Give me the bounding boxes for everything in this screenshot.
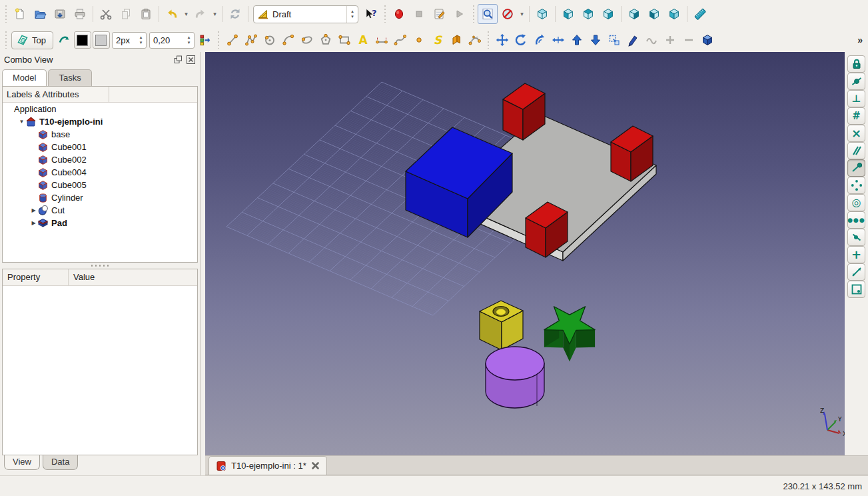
green-star-pad[interactable] [544, 307, 595, 361]
tree-item-cut[interactable]: ▶Cut [3, 204, 197, 217]
snap-perpendicular-button[interactable]: ⊥ [847, 90, 865, 107]
face-color-button[interactable] [93, 31, 110, 49]
draft-offset-button[interactable] [530, 31, 549, 49]
cut-button[interactable] [96, 4, 116, 24]
toolbar-handle[interactable] [471, 5, 476, 23]
property-column-header[interactable]: Property [3, 269, 69, 285]
view-right-button[interactable] [598, 4, 618, 24]
toolbar-handle[interactable] [3, 5, 8, 23]
tab-model[interactable]: Model [2, 69, 47, 86]
expander-open-icon[interactable]: ▼ [17, 119, 26, 125]
draft-downgrade-button[interactable] [586, 31, 605, 49]
draft-bspline-button[interactable] [391, 31, 410, 49]
working-plane-selector[interactable]: Top [11, 31, 53, 49]
panel-splitter[interactable] [0, 263, 200, 269]
toolbar-handle[interactable] [3, 31, 8, 49]
draft-rectangle-button[interactable] [335, 31, 354, 49]
paste-button[interactable] [136, 4, 156, 24]
line-width-spin-arrows[interactable]: ▴▾ [136, 35, 146, 45]
wire-to-bspline-button[interactable] [642, 31, 661, 49]
macro-play-button[interactable] [449, 4, 469, 24]
view-front-button[interactable] [558, 4, 578, 24]
tree-item-cube005[interactable]: Cube005 [3, 179, 197, 191]
draft-shapestring-button[interactable]: S [428, 31, 447, 49]
snap-special-button[interactable]: + [847, 246, 865, 263]
close-tab-icon[interactable] [311, 461, 320, 470]
line-width-input[interactable]: 2px ▴▾ [112, 32, 147, 49]
redo-button[interactable] [191, 4, 211, 24]
draft-upgrade-button[interactable] [568, 31, 586, 49]
view-axonometric-button[interactable] [532, 4, 552, 24]
macro-stop-button[interactable] [409, 4, 429, 24]
construction-mode-button[interactable] [55, 31, 73, 49]
draft-text-button[interactable]: A [354, 31, 372, 49]
toolbar-handle[interactable] [382, 5, 387, 23]
redo-menu-dropdown[interactable]: ▾ [211, 4, 219, 24]
draft-scale-button[interactable] [605, 31, 624, 49]
draw-style-menu-dropdown[interactable]: ▾ [518, 4, 526, 24]
add-point-button[interactable] [661, 31, 679, 49]
draft-facebinder-button[interactable] [447, 31, 466, 49]
snap-grid-button[interactable]: # [847, 107, 865, 125]
new-document-button[interactable] [10, 4, 30, 24]
snap-parallel-button[interactable] [847, 142, 865, 159]
3d-viewport[interactable]: X Y Z [205, 52, 845, 455]
draw-style-button[interactable] [498, 4, 518, 24]
tab-tasks[interactable]: Tasks [48, 69, 91, 86]
draft-dimension-button[interactable] [372, 31, 391, 49]
workbench-selector[interactable]: Draft ▴▾ [253, 5, 358, 23]
float-panel-button[interactable] [173, 55, 183, 65]
macro-record-button[interactable] [389, 4, 409, 24]
tree-header[interactable]: Labels & Attributes [3, 87, 197, 103]
apply-style-button[interactable] [196, 31, 215, 49]
tree-item-cylinder[interactable]: Cylinder [3, 191, 197, 204]
close-panel-button[interactable] [185, 55, 196, 65]
tree-item-cube002[interactable]: Cube002 [3, 153, 197, 166]
snap-center-button[interactable]: ◎ [847, 194, 865, 211]
tree-item-t10-ejemplo-ini[interactable]: ▼T10-ejemplo-ini [3, 115, 197, 128]
draft-circle-button[interactable] [260, 31, 279, 49]
refresh-button[interactable] [225, 4, 245, 24]
tree-item-pad[interactable]: ▶Pad [3, 217, 197, 229]
tree-item-cube004[interactable]: Cube004 [3, 166, 197, 179]
macro-edit-button[interactable] [429, 4, 449, 24]
line-color-button[interactable] [74, 31, 91, 49]
draft-arc-button[interactable] [279, 31, 298, 49]
draft-move-button[interactable] [493, 31, 512, 49]
draft-line-button[interactable] [223, 31, 242, 49]
view-rear-button[interactable] [624, 4, 644, 24]
open-document-button[interactable] [30, 4, 50, 24]
#06340a[interactable] [576, 330, 595, 348]
tab-data[interactable]: Data [43, 455, 78, 470]
undo-button[interactable] [162, 4, 182, 24]
snap-endpoint-button[interactable] [847, 159, 865, 177]
draft-bezier-button[interactable] [466, 31, 484, 49]
draft-rotate-button[interactable] [512, 31, 530, 49]
tab-view[interactable]: View [4, 455, 40, 470]
view-left-button[interactable] [664, 4, 684, 24]
fit-all-button[interactable] [478, 4, 498, 24]
snap-lock-button[interactable] [847, 55, 865, 73]
expander-closed-icon[interactable]: ▶ [29, 220, 38, 226]
text-scale-input[interactable]: 0,20 ▴▾ [149, 32, 195, 49]
whats-this-button[interactable]: ? [360, 4, 380, 24]
yellow-cut-cube[interactable] [480, 301, 523, 350]
snap-dimensions-button[interactable] [847, 263, 865, 281]
expander-closed-icon[interactable]: ▶ [29, 207, 38, 213]
snap-midpoint-button[interactable] [847, 73, 865, 90]
view-top-button[interactable] [578, 4, 598, 24]
draft-edit-button[interactable] [624, 31, 642, 49]
draft-ellipse-button[interactable] [298, 31, 316, 49]
text-scale-spin-arrows[interactable]: ▴▾ [184, 35, 194, 45]
measure-distance-button[interactable] [690, 4, 710, 24]
document-tab[interactable]: T10-ejemplo-ini : 1* [209, 456, 327, 475]
print-button[interactable] [70, 4, 90, 24]
tree-item-application[interactable]: Application [3, 103, 197, 115]
snap-angle-button[interactable] [847, 177, 865, 194]
snap-extension-button[interactable]: ●●● [847, 211, 865, 229]
tree-item-cube001[interactable]: Cube001 [3, 141, 197, 153]
purple-cylinder[interactable] [486, 347, 544, 408]
toolbar-handle[interactable] [217, 31, 221, 49]
draft-point-button[interactable] [410, 31, 428, 49]
draft-trimex-button[interactable] [549, 31, 568, 49]
